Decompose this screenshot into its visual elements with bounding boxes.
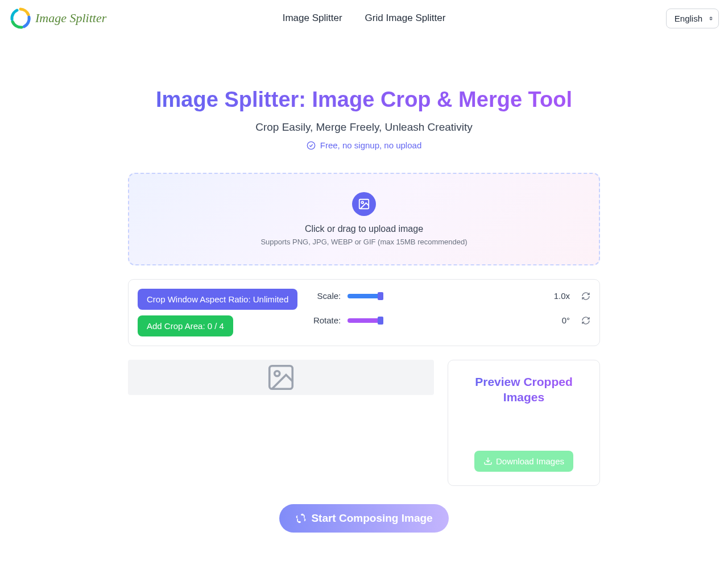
scale-slider-row: Scale: 1.0x <box>311 291 590 301</box>
download-label: Download Images <box>496 456 564 466</box>
canvas-placeholder <box>128 360 434 395</box>
upload-text: Click or drag to upload image <box>147 224 581 234</box>
chevron-updown-icon <box>709 16 713 20</box>
preview-panel: Preview Cropped Images Download Images <box>448 360 600 486</box>
refresh-icon[interactable] <box>581 292 590 301</box>
nav-image-splitter[interactable]: Image Splitter <box>283 13 342 24</box>
feature-badge-text: Free, no signup, no upload <box>320 140 421 150</box>
logo-text: Image Splitter <box>35 11 106 26</box>
logo[interactable]: Image Splitter <box>9 7 106 30</box>
download-icon <box>483 456 493 465</box>
image-icon <box>352 192 376 216</box>
upload-hint: Supports PNG, JPG, WEBP or GIF (max 15MB… <box>147 238 581 246</box>
svg-point-0 <box>307 142 315 149</box>
page-subtitle: Crop Easily, Merge Freely, Unleash Creat… <box>128 121 600 134</box>
rotate-label: Rotate: <box>311 315 341 325</box>
compose-label: Start Composing Image <box>311 512 432 525</box>
nav-grid-image-splitter[interactable]: Grid Image Splitter <box>365 13 446 24</box>
rotate-slider-row: Rotate: 0° <box>311 315 590 325</box>
language-value: English <box>675 14 702 23</box>
scale-value: 1.0x <box>388 291 574 301</box>
controls-panel: Crop Window Aspect Ratio: Unlimited Add … <box>128 279 600 346</box>
upload-dropzone[interactable]: Click or drag to upload image Supports P… <box>128 173 600 265</box>
rotate-slider[interactable] <box>348 318 382 323</box>
main-content: Image Splitter: Image Crop & Merge Tool … <box>128 36 600 555</box>
refresh-icon[interactable] <box>581 316 590 325</box>
svg-point-2 <box>361 201 363 203</box>
feature-badge: Free, no signup, no upload <box>128 140 600 150</box>
controls-sliders: Scale: 1.0x Rotate: 0° <box>311 289 590 325</box>
workspace-panels: Preview Cropped Images Download Images <box>128 360 600 486</box>
header: Image Splitter Image Splitter Grid Image… <box>0 0 728 36</box>
controls-buttons: Crop Window Aspect Ratio: Unlimited Add … <box>138 289 297 336</box>
rotate-value: 0° <box>388 315 574 325</box>
add-crop-area-button[interactable]: Add Crop Area: 0 / 4 <box>138 315 233 336</box>
language-select[interactable]: English <box>666 9 719 28</box>
logo-icon <box>9 7 32 30</box>
main-nav: Image Splitter Grid Image Splitter <box>283 13 446 24</box>
check-circle-icon <box>307 141 316 150</box>
scale-label: Scale: <box>311 291 341 301</box>
page-title: Image Splitter: Image Crop & Merge Tool <box>128 88 600 112</box>
preview-title: Preview Cropped Images <box>462 374 586 405</box>
puzzle-icon <box>295 513 307 524</box>
scale-slider[interactable] <box>348 294 382 298</box>
download-button[interactable]: Download Images <box>474 451 573 472</box>
svg-point-4 <box>275 371 280 376</box>
aspect-ratio-button[interactable]: Crop Window Aspect Ratio: Unlimited <box>138 289 297 310</box>
compose-button[interactable]: Start Composing Image <box>279 504 448 533</box>
image-placeholder-icon <box>266 362 296 393</box>
